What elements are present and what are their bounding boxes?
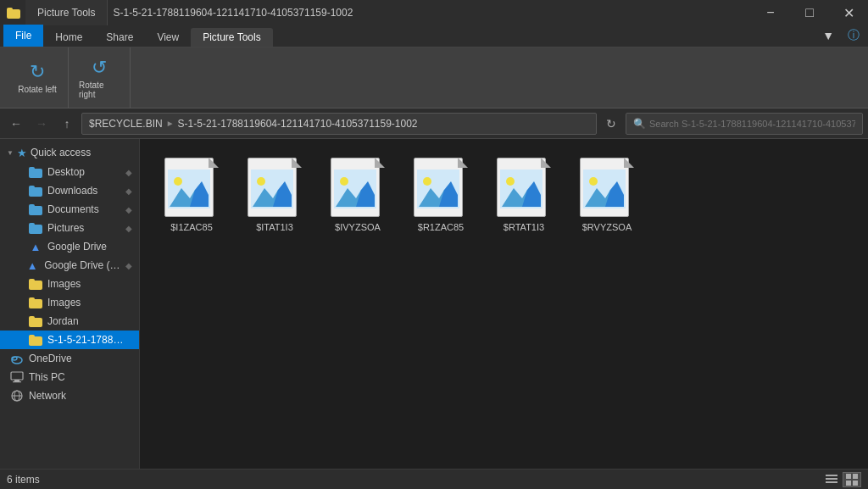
file-item[interactable]: $R1ZAC85 — [403, 153, 479, 237]
network-icon — [10, 389, 24, 403]
pin-icon-documents: ◆ — [125, 205, 132, 214]
title-bar-controls: − □ ✕ — [751, 0, 868, 25]
mountain-svg — [253, 171, 292, 207]
file-icon — [497, 158, 551, 219]
up-button[interactable]: ↑ — [56, 113, 78, 135]
file-item[interactable]: $IVYZSOA — [320, 153, 396, 237]
pin-icon-pictures: ◆ — [125, 224, 132, 233]
svg-rect-33 — [826, 478, 837, 480]
svg-rect-4 — [13, 381, 21, 382]
sidebar-section-quick-access[interactable]: ▼ ★ Quick access — [0, 142, 139, 163]
mountain-svg — [419, 171, 458, 207]
minimize-button[interactable]: − — [751, 0, 790, 25]
file-icon — [414, 158, 468, 219]
ribbon-tabs: File Home Share View Picture Tools ▼ ⓘ — [0, 25, 868, 47]
sidebar-item-desktop[interactable]: Desktop ◆ — [0, 163, 139, 181]
refresh-button[interactable]: ↻ — [600, 113, 622, 135]
downloads-folder-icon — [29, 184, 42, 197]
tab-share[interactable]: Share — [94, 28, 145, 47]
sidebar-item-images1[interactable]: Images — [0, 275, 139, 293]
sidebar-item-gdrive2[interactable]: ▲ Google Drive (jordar... ◆ — [0, 256, 139, 275]
sidebar-item-sid[interactable]: S-1-5-21-1788119604-1... — [0, 331, 139, 349]
content-area: $I1ZAC85 $ITAT1I3 — [140, 139, 868, 469]
mountain-svg — [170, 171, 209, 207]
ribbon-btn-rotate-left[interactable]: ↻ Rotate left — [17, 60, 58, 96]
view-toggles — [822, 472, 861, 487]
svg-rect-34 — [826, 481, 837, 483]
details-view-button[interactable] — [822, 472, 841, 487]
ribbon-btn-rotate-right[interactable]: ↺ Rotate right — [79, 60, 120, 96]
ribbon-section-manage: ↻ Rotate left — [7, 47, 69, 108]
tab-view[interactable]: View — [145, 28, 191, 47]
path-sid[interactable]: S-1-5-21-1788119604-121141710-4105371159… — [178, 118, 418, 130]
item-count: 6 items — [7, 474, 40, 486]
sidebar-item-network[interactable]: Network — [0, 386, 139, 405]
file-name: $R1ZAC85 — [418, 222, 464, 232]
mountain-svg — [502, 171, 541, 207]
forward-button[interactable]: → — [31, 113, 53, 135]
svg-rect-2 — [11, 372, 23, 380]
file-grid: $I1ZAC85 $ITAT1I3 — [153, 153, 854, 237]
svg-point-11 — [174, 177, 182, 186]
file-item[interactable]: $ITAT1I3 — [236, 153, 313, 237]
gdrive1-icon: ▲ — [29, 240, 42, 253]
sidebar: ▼ ★ Quick access Desktop ◆ Downloads ◆ — [0, 139, 140, 469]
large-icons-view-button[interactable] — [843, 472, 861, 487]
file-item[interactable]: $I1ZAC85 — [153, 153, 230, 237]
rotate-left-icon: ↻ — [30, 61, 45, 83]
sidebar-item-this-pc[interactable]: This PC — [0, 368, 139, 386]
sidebar-item-pictures[interactable]: Pictures ◆ — [0, 219, 139, 237]
sidebar-item-downloads[interactable]: Downloads ◆ — [0, 181, 139, 200]
search-icon: 🔍 — [633, 118, 646, 130]
tab-home[interactable]: Home — [43, 28, 94, 47]
search-box[interactable]: 🔍 — [626, 113, 863, 135]
jordan-folder-icon — [29, 314, 42, 328]
pictures-folder-icon — [29, 221, 42, 235]
ribbon-expand-button[interactable]: ⓘ — [843, 26, 865, 45]
svg-rect-37 — [846, 481, 851, 486]
ribbon-content: ↻ Rotate left ↺ Rotate right — [0, 47, 868, 108]
file-name: $RVYZSOA — [582, 222, 632, 232]
computer-icon — [10, 370, 24, 384]
file-item[interactable]: $RVYZSOA — [569, 153, 645, 237]
title-bar: Picture Tools S-1-5-21-1788119604-121141… — [0, 0, 868, 25]
path-recycle-bin[interactable]: $RECYCLE.BIN — [89, 118, 163, 130]
svg-rect-32 — [826, 475, 837, 476]
pin-icon-desktop: ◆ — [125, 168, 132, 177]
tab-file[interactable]: File — [3, 25, 43, 47]
tab-picture-tools[interactable]: Picture Tools — [191, 28, 272, 47]
onedrive-icon — [10, 352, 24, 365]
back-button[interactable]: ← — [5, 113, 27, 135]
sidebar-item-gdrive1[interactable]: ▲ Google Drive — [0, 237, 139, 256]
address-path[interactable]: $RECYCLE.BIN ► S-1-5-21-1788119604-12114… — [81, 113, 597, 135]
search-input[interactable] — [649, 119, 855, 129]
window-icon — [7, 6, 20, 19]
close-button[interactable]: ✕ — [829, 0, 868, 25]
quick-access-icon: ★ — [17, 147, 27, 159]
svg-point-31 — [589, 177, 598, 186]
file-name: $IVYZSOA — [335, 222, 381, 232]
mountain-svg — [336, 171, 375, 207]
file-icon — [164, 158, 219, 219]
file-name: $I1ZAC85 — [170, 222, 213, 232]
file-icon — [248, 158, 302, 219]
help-button[interactable]: ▼ — [817, 27, 839, 44]
svg-point-23 — [423, 177, 431, 186]
sidebar-item-jordan[interactable]: Jordan — [0, 312, 139, 331]
ribbon-tab-right: ▼ ⓘ — [817, 26, 865, 47]
pin-icon-gdrive2: ◆ — [125, 261, 132, 270]
rotate-right-icon: ↺ — [92, 57, 107, 79]
svg-rect-36 — [853, 474, 858, 479]
titlebar-tab-manage[interactable]: Picture Tools — [25, 0, 108, 25]
sidebar-item-onedrive[interactable]: OneDrive — [0, 349, 139, 368]
maximize-button[interactable]: □ — [790, 0, 829, 25]
ribbon-section-rotate: ↺ Rotate right — [69, 47, 131, 108]
documents-folder-icon — [29, 203, 42, 216]
file-item[interactable]: $RTAT1I3 — [486, 153, 562, 237]
sidebar-item-documents[interactable]: Documents ◆ — [0, 200, 139, 219]
quick-access-label: Quick access — [31, 147, 91, 158]
svg-rect-3 — [14, 380, 19, 381]
address-bar: ← → ↑ $RECYCLE.BIN ► S-1-5-21-1788119604… — [0, 108, 868, 139]
sidebar-item-images2[interactable]: Images — [0, 293, 139, 312]
svg-point-27 — [506, 177, 515, 186]
